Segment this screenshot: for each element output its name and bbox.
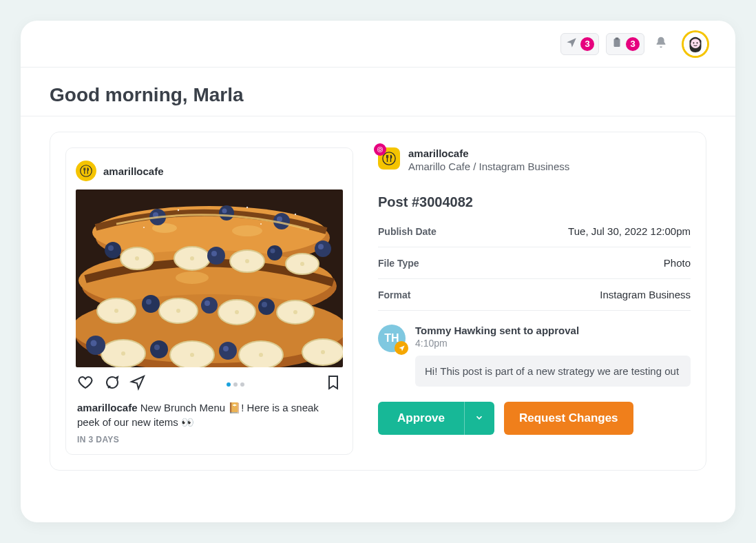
svg-point-53 bbox=[315, 240, 331, 257]
meta-value: Tue, Jul 30, 2022 12:00pm bbox=[568, 225, 691, 237]
svg-point-69 bbox=[295, 214, 296, 215]
svg-point-47 bbox=[105, 242, 121, 258]
svg-rect-0 bbox=[614, 39, 620, 47]
meta-publish-date: Publish Date Tue, Jul 30, 2022 12:00pm bbox=[378, 216, 691, 247]
instagram-badge-icon bbox=[374, 143, 386, 156]
utensils-icon bbox=[80, 165, 92, 177]
svg-point-51 bbox=[267, 245, 282, 260]
approve-button[interactable]: Approve bbox=[378, 402, 464, 435]
svg-point-5 bbox=[696, 42, 697, 43]
svg-point-32 bbox=[300, 262, 304, 266]
activity-time: 4:10pm bbox=[415, 338, 691, 349]
profile-avatar[interactable] bbox=[682, 30, 709, 58]
activity-note: Hi! This post is part of a new strategy … bbox=[415, 356, 691, 387]
bell-icon bbox=[653, 35, 669, 53]
svg-point-74 bbox=[381, 148, 382, 149]
svg-point-30 bbox=[190, 256, 194, 260]
tasks-button[interactable]: 3 bbox=[606, 33, 644, 55]
account-username: amarillocafe bbox=[408, 147, 569, 159]
approve-button-group: Approve bbox=[378, 402, 494, 435]
svg-point-54 bbox=[318, 244, 324, 249]
svg-point-46 bbox=[277, 216, 282, 222]
svg-point-60 bbox=[262, 302, 267, 307]
preview-image[interactable] bbox=[76, 189, 343, 367]
account-icon bbox=[378, 147, 400, 170]
bookmark-icon[interactable] bbox=[325, 374, 342, 393]
svg-point-52 bbox=[271, 249, 275, 254]
svg-point-35 bbox=[235, 310, 239, 314]
svg-point-16 bbox=[176, 272, 209, 284]
activity-title: Tommy Hawking sent to approval bbox=[415, 325, 691, 336]
meta-label: Publish Date bbox=[378, 226, 437, 237]
avatar-image bbox=[684, 32, 707, 56]
svg-point-64 bbox=[154, 345, 160, 350]
preview-username: amarillocafe bbox=[103, 165, 164, 177]
activity-avatar: TH bbox=[378, 325, 406, 352]
svg-point-31 bbox=[245, 259, 249, 263]
preview-caption: amarillocafe New Brunch Menu 📔! Here is … bbox=[76, 399, 343, 431]
meta-value: Photo bbox=[664, 257, 691, 269]
notifications-button[interactable] bbox=[651, 34, 671, 54]
topbar: 3 3 bbox=[21, 21, 735, 68]
sent-badge-icon bbox=[395, 341, 408, 355]
approval-card: amarillocafe bbox=[50, 132, 706, 471]
svg-point-43 bbox=[219, 205, 234, 221]
outbox-button[interactable]: 3 bbox=[560, 33, 599, 55]
svg-point-4 bbox=[693, 42, 694, 43]
svg-point-55 bbox=[142, 295, 160, 313]
svg-point-29 bbox=[135, 256, 139, 260]
svg-point-34 bbox=[176, 309, 180, 313]
account-subtitle: Amarillo Cafe / Instagram Business bbox=[408, 161, 569, 172]
svg-point-49 bbox=[207, 247, 225, 265]
comment-icon[interactable] bbox=[103, 374, 120, 393]
share-icon[interactable] bbox=[129, 374, 146, 393]
svg-point-67 bbox=[178, 209, 179, 211]
svg-point-3 bbox=[691, 39, 700, 48]
svg-point-73 bbox=[379, 148, 381, 150]
account-row: amarillocafe Amarillo Cafe / Instagram B… bbox=[378, 147, 691, 172]
meta-label: File Type bbox=[378, 258, 419, 269]
caption-username: amarillocafe bbox=[77, 402, 138, 413]
outbox-count-badge: 3 bbox=[580, 37, 594, 51]
content: amarillocafe bbox=[21, 116, 735, 486]
paper-plane-icon bbox=[565, 37, 578, 52]
action-buttons: Approve Request Changes bbox=[378, 402, 691, 435]
svg-point-68 bbox=[246, 207, 248, 208]
clipboard-icon bbox=[611, 37, 623, 52]
svg-point-59 bbox=[258, 298, 275, 315]
svg-point-38 bbox=[190, 353, 194, 357]
svg-point-39 bbox=[259, 353, 263, 357]
svg-point-66 bbox=[223, 346, 229, 351]
carousel-dots bbox=[146, 379, 325, 389]
meta-format: Format Instagram Business bbox=[378, 279, 691, 311]
post-id-title: Post #3004082 bbox=[378, 194, 691, 210]
post-details: amarillocafe Amarillo Cafe / Instagram B… bbox=[378, 147, 691, 455]
svg-point-6 bbox=[81, 165, 92, 177]
activity-entry: TH Tommy Hawking sent to approval 4:10pm… bbox=[378, 325, 691, 387]
request-changes-button[interactable]: Request Changes bbox=[504, 402, 633, 435]
meta-file-type: File Type Photo bbox=[378, 247, 691, 279]
preview-schedule: IN 3 DAYS bbox=[76, 431, 343, 446]
svg-point-40 bbox=[321, 350, 325, 354]
page-title: Good morning, Marla bbox=[21, 68, 735, 116]
svg-point-15 bbox=[232, 225, 262, 236]
svg-rect-1 bbox=[616, 37, 619, 39]
preview-header: amarillocafe bbox=[76, 158, 343, 189]
svg-point-57 bbox=[201, 297, 218, 314]
approve-dropdown-button[interactable] bbox=[464, 402, 494, 435]
svg-point-44 bbox=[222, 209, 227, 214]
svg-point-58 bbox=[204, 300, 210, 306]
chevron-down-icon bbox=[474, 413, 484, 424]
svg-point-65 bbox=[219, 342, 237, 360]
svg-point-50 bbox=[211, 251, 217, 256]
svg-point-36 bbox=[293, 310, 297, 314]
heart-icon[interactable] bbox=[77, 374, 94, 393]
svg-point-63 bbox=[150, 340, 168, 358]
brand-avatar bbox=[76, 161, 96, 181]
meta-value: Instagram Business bbox=[600, 289, 691, 300]
app-window: 3 3 Good morning, bbox=[21, 21, 735, 522]
svg-point-70 bbox=[143, 227, 145, 228]
tasks-count-badge: 3 bbox=[626, 37, 640, 51]
svg-point-37 bbox=[121, 351, 125, 356]
svg-point-71 bbox=[260, 223, 262, 225]
